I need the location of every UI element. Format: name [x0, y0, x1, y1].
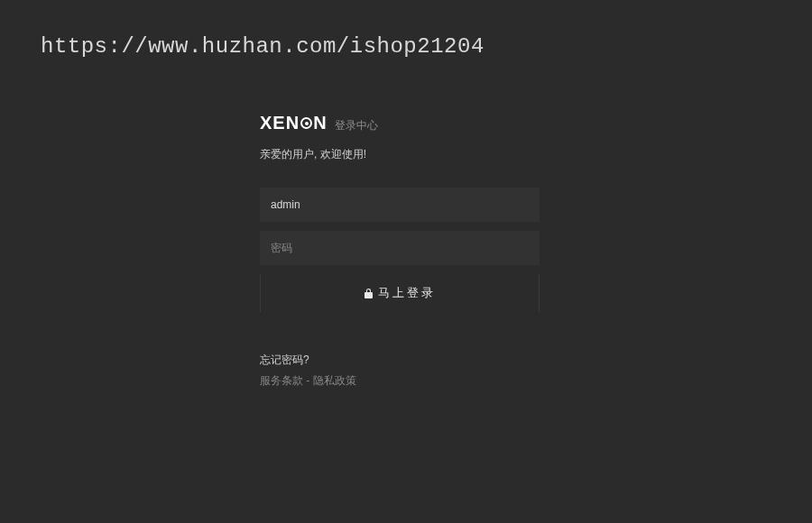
tos-link[interactable]: 服务条款	[260, 374, 303, 387]
footer-links: 服务条款 - 隐私政策	[260, 373, 540, 389]
logo-prefix: XEN	[260, 113, 300, 133]
lock-icon	[364, 289, 373, 298]
footer-links-block: 忘记密码? 服务条款 - 隐私政策	[260, 353, 540, 389]
login-button[interactable]: 马上登录	[260, 274, 540, 312]
login-button-label: 马上登录	[378, 285, 436, 301]
forgot-password-link[interactable]: 忘记密码?	[260, 353, 540, 368]
logo-suffix: N	[313, 113, 327, 133]
welcome-text: 亲爱的用户, 欢迎使用!	[260, 147, 540, 162]
target-icon	[300, 117, 312, 129]
page-url: https://www.huzhan.com/ishop21204	[41, 34, 484, 59]
logo-row: XENN 登录中心	[260, 113, 540, 133]
login-form: XENN 登录中心 亲爱的用户, 欢迎使用! 马上登录 忘记密码? 服务条款 -…	[260, 113, 540, 389]
privacy-link[interactable]: 隐私政策	[313, 374, 356, 387]
logo-subtitle: 登录中心	[335, 118, 378, 133]
password-input[interactable]	[260, 231, 540, 265]
link-separator: -	[303, 374, 313, 387]
username-input[interactable]	[260, 188, 540, 222]
brand-logo: XENN	[260, 113, 328, 133]
